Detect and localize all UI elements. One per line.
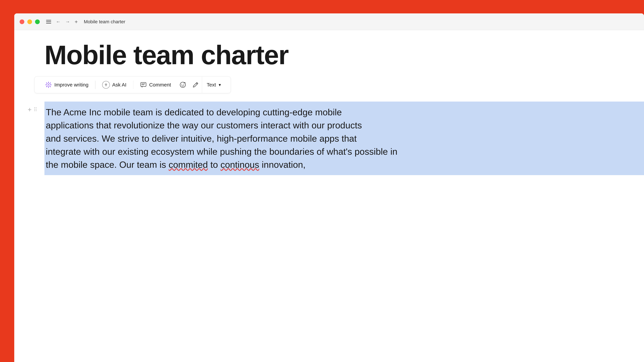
edit-icon [192, 81, 199, 88]
svg-point-14 [182, 84, 182, 85]
toolbar-divider-2 [133, 81, 134, 89]
content-area: + The Acme Inc mobile team is dedicated … [14, 102, 644, 175]
svg-point-15 [184, 84, 184, 85]
ask-ai-label: Ask AI [112, 82, 126, 88]
edit-button[interactable] [189, 77, 202, 93]
paragraph-block[interactable]: The Acme Inc mobile team is dedicated to… [44, 102, 644, 175]
emoji-icon [180, 81, 186, 88]
improve-writing-label: Improve writing [54, 82, 88, 88]
block-controls: + [14, 102, 44, 113]
text-format-dropdown[interactable]: Text ▾ [202, 77, 226, 93]
text-format-label: Text [207, 82, 216, 88]
ask-ai-icon [102, 81, 110, 89]
document-area: Mobile team charter [14, 30, 644, 362]
document-title[interactable]: Mobile team charter [14, 40, 644, 70]
spelling-error-1: commited [168, 160, 208, 170]
sparkle-icon [45, 81, 52, 88]
toolbar-divider-1 [95, 81, 96, 89]
emoji-button[interactable] [176, 77, 189, 93]
traffic-lights [20, 19, 40, 24]
svg-point-9 [106, 85, 106, 86]
titlebar-title: Mobile team charter [84, 19, 125, 24]
comment-icon [140, 81, 147, 88]
app-window: ← → + Mobile team charter Mobile team ch… [14, 13, 644, 362]
add-block-button[interactable]: + [28, 106, 32, 113]
svg-line-6 [50, 86, 51, 87]
svg-line-16 [196, 83, 197, 84]
svg-line-5 [46, 83, 48, 84]
chevron-down-icon: ▾ [219, 82, 221, 87]
block-row: + The Acme Inc mobile team is dedicated … [14, 102, 644, 175]
back-button[interactable]: ← [56, 19, 60, 24]
svg-rect-10 [141, 82, 146, 86]
close-button[interactable] [20, 19, 24, 24]
forward-button[interactable]: → [65, 19, 70, 24]
svg-point-0 [48, 84, 49, 85]
paragraph-text: The Acme Inc mobile team is dedicated to… [44, 106, 644, 171]
drag-handle[interactable] [34, 107, 36, 111]
svg-point-13 [180, 82, 186, 87]
maximize-button[interactable] [35, 19, 40, 24]
improve-writing-button[interactable]: Improve writing [40, 77, 94, 93]
new-tab-button[interactable]: + [75, 19, 78, 24]
titlebar: ← → + Mobile team charter [14, 13, 644, 30]
comment-label: Comment [149, 82, 171, 88]
svg-line-7 [50, 83, 51, 84]
minimize-button[interactable] [27, 19, 32, 24]
spelling-error-2: continous [220, 160, 259, 170]
ask-ai-button[interactable]: Ask AI [97, 77, 132, 93]
formatting-toolbar: Improve writing Ask AI [34, 76, 231, 93]
comment-button[interactable]: Comment [135, 77, 176, 93]
menu-button[interactable] [46, 20, 51, 23]
svg-line-8 [46, 86, 48, 87]
